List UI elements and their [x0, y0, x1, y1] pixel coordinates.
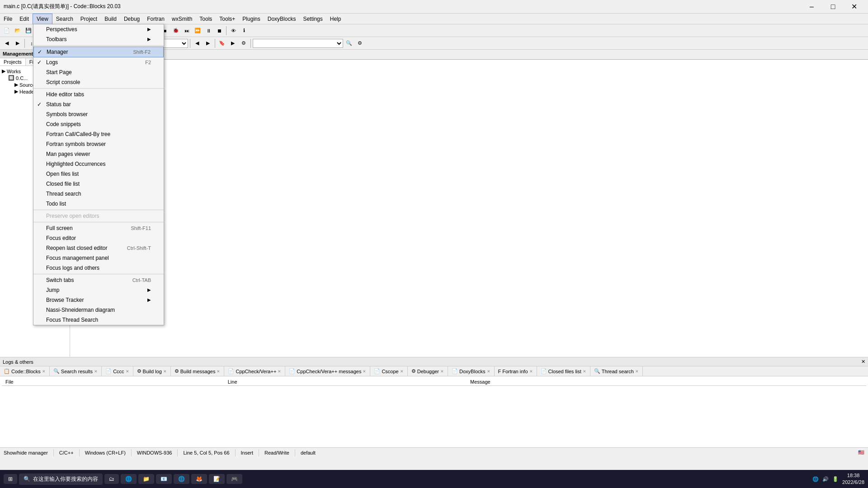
menu-settings[interactable]: Settings [299, 14, 326, 24]
dd-man-pages[interactable]: Man pages viewer [33, 149, 164, 159]
tb2-back[interactable]: ◀ [2, 38, 12, 48]
dd-thread-search[interactable]: Thread search [33, 189, 164, 199]
dd-focus-mgmt[interactable]: Focus management panel [33, 253, 164, 263]
menu-search[interactable]: Search [52, 14, 77, 24]
log-tab-close9[interactable]: ✕ [440, 369, 444, 374]
dd-script-console[interactable]: Script console [33, 77, 164, 87]
tb2-bookmark[interactable]: 🔖 [217, 38, 227, 48]
close-button[interactable]: ✕ [844, 0, 864, 14]
log-tab-close[interactable]: ✕ [42, 369, 46, 374]
code-editor[interactable]: #include <stdio.h> #include <stdlib.h> #… [70, 60, 868, 357]
dd-nassi[interactable]: Nassi-Shneiderman diagram [33, 305, 164, 315]
dd-closed-file-list[interactable]: Closed file list [33, 179, 164, 189]
dd-jump[interactable]: Jump ▶ [33, 285, 164, 295]
log-tab-close12[interactable]: ✕ [583, 369, 586, 374]
dd-focus-logs[interactable]: Focus logs and others [33, 263, 164, 273]
taskbar-app-firefox[interactable]: 🦊 [191, 474, 207, 484]
dd-code-snippets[interactable]: Code snippets [33, 119, 164, 129]
dd-reopen-closed[interactable]: Reopen last closed editor Ctrl-Shift-T [33, 243, 164, 253]
dd-open-files-list[interactable]: Open files list [33, 169, 164, 179]
menu-view[interactable]: View Perspectives ▶ Toolbars ▶ Manager S… [33, 14, 52, 24]
logs-close-icon[interactable]: ✕ [861, 359, 865, 365]
dd-browse-tracker[interactable]: Browse Tracker ▶ [33, 295, 164, 305]
dd-symbols-browser[interactable]: Symbols browser [33, 109, 164, 119]
tb-info[interactable]: ℹ [239, 26, 249, 36]
log-tab-close4[interactable]: ✕ [163, 369, 167, 374]
tb-next[interactable]: ⏩ [193, 26, 203, 36]
log-tab-thread-search[interactable]: 🔍 Thread search ✕ [590, 366, 643, 376]
dd-focus-editor[interactable]: Focus editor [33, 233, 164, 243]
log-tab-cppcheck[interactable]: 📄 CppCheck/Vera++ ✕ [224, 366, 285, 376]
tb2-settings[interactable]: ⚙ [239, 38, 249, 48]
menu-project[interactable]: Project [77, 14, 101, 24]
dd-todo-list[interactable]: Todo list [33, 199, 164, 209]
taskbar-app-files[interactable]: 🗂 [104, 474, 119, 484]
tb2-fwd[interactable]: ▶ [13, 38, 23, 48]
dd-hide-editor-tabs[interactable]: Hide editor tabs [33, 89, 164, 99]
dd-manager[interactable]: Manager Shift-F2 [33, 47, 164, 57]
log-tab-closed-files[interactable]: 📄 Closed files list ✕ [537, 366, 590, 376]
menu-build[interactable]: Build [101, 14, 120, 24]
dd-fortran-calltree[interactable]: Fortran Call/Called-By tree [33, 129, 164, 139]
menu-wxsmith[interactable]: wxSmith [168, 14, 196, 24]
log-tab-close8[interactable]: ✕ [400, 369, 404, 374]
tb-step[interactable]: ⏭ [182, 26, 192, 36]
menu-file[interactable]: File [0, 14, 16, 24]
menu-plugins[interactable]: Plugins [239, 14, 264, 24]
dd-logs[interactable]: Logs F2 [33, 57, 164, 67]
taskbar-app-mail[interactable]: 📧 [156, 474, 172, 484]
log-tab-doxyblocks[interactable]: 📄 DoxyBlocks ✕ [448, 366, 494, 376]
dd-status-bar[interactable]: Status bar [33, 99, 164, 109]
taskbar-search[interactable]: 🔍 在这里输入你要搜索的内容 [19, 474, 103, 485]
taskbar-app-explorer[interactable]: 📁 [138, 474, 154, 484]
dd-fortran-symbols[interactable]: Fortran symbols browser [33, 139, 164, 149]
tb-save[interactable]: 💾 [24, 26, 33, 36]
tb2-run-script[interactable]: ▶ [228, 38, 238, 48]
tb-break[interactable]: ⏸ [203, 26, 213, 36]
menu-tools[interactable]: Tools [196, 14, 216, 24]
log-tab-cccc[interactable]: 📄 Cccc ✕ [102, 366, 133, 376]
tb2-search-opts[interactable]: ⚙ [355, 38, 365, 48]
menu-edit[interactable]: Edit [16, 14, 33, 24]
log-tab-build-messages[interactable]: ⚙ Build messages ✕ [171, 366, 225, 376]
log-tab-search-results[interactable]: 🔍 Search results ✕ [50, 366, 102, 376]
tb-watch[interactable]: 👁 [228, 26, 238, 36]
menu-fortran[interactable]: Fortran [143, 14, 168, 24]
log-tab-cppcheck-msg[interactable]: 📄 CppCheck/Vera++ messages ✕ [285, 366, 370, 376]
search-combo2[interactable] [253, 39, 343, 48]
dd-start-page[interactable]: Start Page [33, 67, 164, 77]
dd-switch-tabs[interactable]: Switch tabs Ctrl-TAB [33, 275, 164, 285]
taskbar-app-text[interactable]: 📝 [209, 474, 225, 484]
mgmt-tab-projects[interactable]: Projects [0, 58, 26, 66]
taskbar-start-button[interactable]: ⊞ [4, 474, 17, 484]
tb-debug[interactable]: 🐞 [171, 26, 181, 36]
tb-new[interactable]: 📄 [2, 26, 12, 36]
menu-tools2[interactable]: Tools+ [216, 14, 239, 24]
tb2-search-next[interactable]: ▶ [203, 38, 213, 48]
tb2-search-prev[interactable]: ◀ [192, 38, 202, 48]
log-tab-close7[interactable]: ✕ [363, 369, 366, 374]
log-tab-close13[interactable]: ✕ [635, 369, 639, 374]
log-tab-cscope[interactable]: 📄 Cscope ✕ [370, 366, 407, 376]
menu-help[interactable]: Help [326, 14, 345, 24]
maximize-button[interactable]: □ [823, 0, 843, 14]
dd-perspectives[interactable]: Perspectives ▶ [33, 24, 164, 34]
log-tab-codeblocks[interactable]: 📋 Code::Blocks ✕ [0, 366, 50, 376]
log-tab-close5[interactable]: ✕ [217, 369, 220, 374]
tb-open[interactable]: 📂 [13, 26, 23, 36]
dd-full-screen[interactable]: Full screen Shift-F11 [33, 223, 164, 233]
log-tab-close2[interactable]: ✕ [94, 369, 98, 374]
dd-toolbars[interactable]: Toolbars ▶ [33, 34, 164, 44]
log-tab-close10[interactable]: ✕ [487, 369, 491, 374]
log-tab-close11[interactable]: ✕ [529, 369, 533, 374]
taskbar-app-game[interactable]: 🎮 [226, 474, 242, 484]
tb-abort[interactable]: ⏹ [214, 26, 224, 36]
minimize-button[interactable]: – [802, 0, 822, 14]
tb2-search-go[interactable]: 🔍 [344, 38, 354, 48]
log-tab-close3[interactable]: ✕ [126, 369, 129, 374]
dd-highlighted-occ[interactable]: Highlighted Occurrences [33, 159, 164, 169]
log-tab-buildlog[interactable]: ⚙ Build log ✕ [133, 366, 171, 376]
dd-focus-thread-search[interactable]: Focus Thread Search [33, 315, 164, 325]
taskbar-app-browser[interactable]: 🌐 [121, 474, 137, 484]
menu-debug[interactable]: Debug [120, 14, 143, 24]
